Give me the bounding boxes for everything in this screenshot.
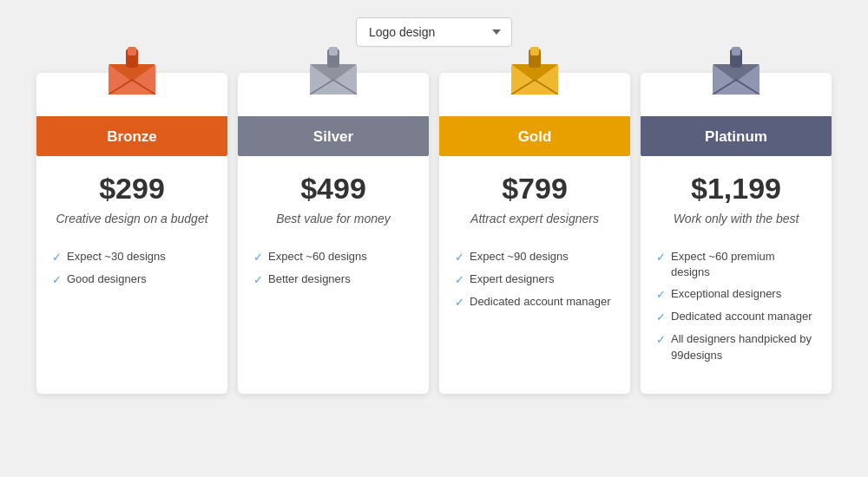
feature-text: Good designers [67, 271, 147, 287]
gold-features: ✓ Expect ~90 designs ✓ Expert designers … [439, 240, 630, 394]
check-icon: ✓ [455, 295, 464, 310]
platinum-price: $1,199 [641, 156, 832, 211]
platinum-tagline: Work only with the best [641, 211, 832, 240]
check-icon: ✓ [656, 332, 666, 348]
silver-price: $499 [238, 156, 429, 211]
svg-rect-17 [530, 47, 539, 56]
feature-text: Expect ~60 designs [268, 249, 367, 265]
check-icon: ✓ [253, 250, 263, 265]
feature-text: Expert designers [470, 271, 555, 287]
category-dropdown[interactable]: Logo designWeb designBusiness cardStatio… [356, 17, 512, 47]
platinum-icon [706, 47, 766, 95]
silver-features: ✓ Expect ~60 designs ✓ Better designers [238, 240, 429, 394]
bronze-tagline: Creative design on a budget [36, 211, 227, 240]
dropdown-wrapper: Logo designWeb designBusiness cardStatio… [356, 17, 512, 47]
platinum-features: ✓ Expect ~60 premium designs ✓ Exception… [641, 240, 832, 394]
bronze-icon [102, 47, 162, 95]
check-icon: ✓ [52, 250, 62, 265]
card-gold: Gold $799 Attract expert designers ✓ Exp… [439, 73, 630, 394]
bronze-price: $299 [36, 156, 227, 211]
bronze-features: ✓ Expect ~30 designs ✓ Good designers [36, 240, 227, 394]
silver-header: Silver [238, 116, 429, 156]
platinum-header: Platinum [641, 116, 832, 156]
pricing-cards-container: Bronze $299 Creative design on a budget … [36, 73, 832, 394]
check-icon: ✓ [455, 272, 464, 288]
gold-price: $799 [439, 156, 630, 211]
card-silver: Silver $499 Best value for money ✓ Expec… [238, 73, 429, 394]
feature-item: ✓ Expect ~60 premium designs [656, 249, 816, 280]
feature-text: Expect ~60 premium designs [671, 249, 816, 280]
silver-tagline: Best value for money [238, 211, 429, 240]
check-icon: ✓ [253, 272, 263, 288]
svg-rect-23 [732, 47, 740, 56]
gold-icon [504, 47, 565, 95]
card-bronze: Bronze $299 Creative design on a budget … [36, 73, 227, 394]
check-icon: ✓ [656, 250, 666, 265]
svg-rect-5 [128, 47, 136, 56]
feature-item: ✓ All designers handpicked by 99designs [656, 331, 816, 363]
feature-item: ✓ Exceptional designers [656, 286, 816, 303]
feature-text: Dedicated account manager [671, 309, 812, 324]
bronze-header: Bronze [36, 116, 227, 156]
feature-text: Expect ~90 designs [470, 249, 569, 265]
feature-item: ✓ Expect ~60 designs [253, 249, 413, 265]
feature-item: ✓ Expert designers [455, 271, 615, 288]
silver-icon [303, 47, 364, 95]
feature-text: Exceptional designers [671, 286, 781, 302]
feature-item: ✓ Expect ~30 designs [52, 249, 212, 265]
gold-tagline: Attract expert designers [439, 211, 630, 240]
check-icon: ✓ [455, 250, 464, 265]
check-icon: ✓ [656, 310, 666, 325]
feature-item: ✓ Expect ~90 designs [455, 249, 615, 265]
feature-text: All designers handpicked by 99designs [671, 331, 816, 363]
feature-item: ✓ Good designers [52, 271, 212, 288]
gold-header: Gold [439, 116, 630, 156]
feature-item: ✓ Dedicated account manager [455, 294, 615, 310]
card-platinum: Platinum $1,199 Work only with the best … [641, 73, 832, 394]
feature-text: Dedicated account manager [470, 294, 611, 310]
check-icon: ✓ [52, 272, 62, 288]
feature-text: Better designers [268, 271, 351, 287]
check-icon: ✓ [656, 287, 666, 303]
svg-rect-11 [329, 47, 338, 56]
feature-text: Expect ~30 designs [67, 249, 166, 265]
feature-item: ✓ Dedicated account manager [656, 309, 816, 325]
feature-item: ✓ Better designers [253, 271, 413, 288]
